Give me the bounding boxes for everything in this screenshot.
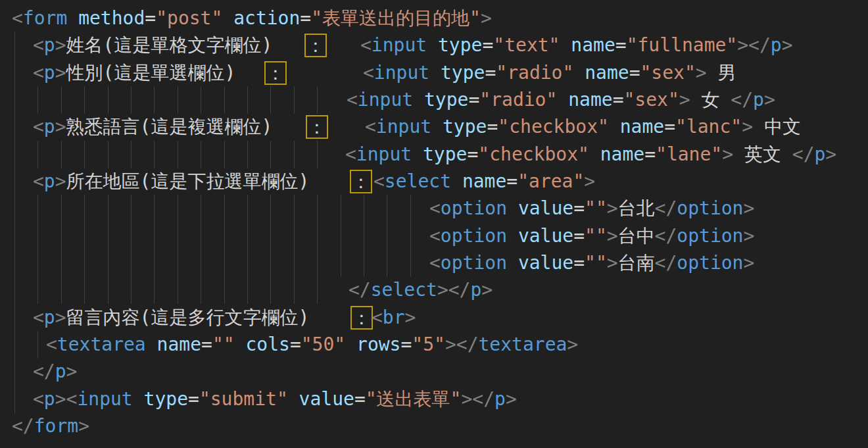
- indent-guide: [108, 276, 108, 304]
- token-a: name: [571, 34, 615, 56]
- token-t: form: [34, 415, 78, 437]
- indent-guide: [178, 249, 178, 277]
- code-line[interactable]: </p>: [0, 358, 868, 386]
- token-t: option: [441, 197, 507, 219]
- indent-guide: [294, 276, 295, 304]
- indent-guide: [84, 276, 85, 304]
- code-segment: <input type="checkbox" name="lanc"> 中文: [365, 113, 801, 141]
- token-x: [573, 62, 585, 84]
- token-p: >: [55, 62, 66, 84]
- code-line[interactable]: <option value="">台南</option>: [0, 249, 868, 277]
- indent-guide: [154, 141, 155, 168]
- token-p: >: [607, 225, 618, 247]
- indent-guide: [14, 276, 15, 304]
- token-p: >: [679, 89, 690, 111]
- code-segment: <p>留言內容(這是多行文字欄位): [33, 304, 309, 332]
- token-a: value: [518, 197, 573, 219]
- code-line[interactable]: <p>留言內容(這是多行文字欄位)：<br>: [0, 304, 868, 332]
- token-p: <: [372, 307, 383, 328]
- token-e: =: [629, 62, 640, 84]
- code-line[interactable]: <input type="checkbox" name="lane"> 英文 <…: [0, 141, 868, 168]
- indent-guide: [84, 249, 85, 277]
- indent-guide: [410, 249, 411, 277]
- token-x: 性別(這是單選欄位): [66, 62, 236, 84]
- indent-guide: [84, 195, 85, 222]
- token-t: option: [677, 252, 743, 274]
- indent-guide: [247, 195, 248, 222]
- token-t: option: [677, 225, 743, 247]
- code-line[interactable]: <input type="radio" name="sex"> 女 </p>: [0, 86, 868, 114]
- token-p: >: [405, 307, 416, 328]
- code-line[interactable]: </form>: [0, 412, 868, 440]
- indent-guide: [341, 249, 341, 277]
- indent-guide: [84, 222, 85, 250]
- indent-guide: [201, 86, 201, 114]
- code-editor[interactable]: <form method="post" action="表單送出的目的地"><p…: [0, 0, 868, 448]
- token-x: 中文: [753, 116, 801, 137]
- token-x: 留言內容(這是多行文字欄位): [66, 307, 310, 328]
- token-x: [589, 143, 600, 165]
- token-p: <: [33, 388, 44, 410]
- code-segment: </p>: [33, 358, 77, 386]
- code-segment: <option value="">台中</option>: [429, 222, 754, 250]
- token-p: >: [437, 279, 448, 301]
- indent-guide: [270, 141, 271, 168]
- indent-guide: [247, 86, 248, 114]
- code-line[interactable]: <p>性別(這是單選欄位)：<input type="radio" name="…: [0, 59, 868, 87]
- indent-guide: [37, 86, 38, 114]
- code-segment: <input type="text" name="fullname"></p>: [360, 32, 793, 59]
- indent-guide: [294, 195, 295, 222]
- indent-guide: [154, 195, 155, 222]
- token-p: >: [722, 143, 733, 165]
- code-line[interactable]: <p>熟悉語言(這是複選欄位)：<input type="checkbox" n…: [0, 113, 868, 141]
- code-line[interactable]: <p>姓名(這是單格文字欄位)：<input type="text" name=…: [0, 32, 868, 59]
- indent-guide: [201, 276, 201, 304]
- code-line[interactable]: <p>所在地區(這是下拉選單欄位)：<select name="area">: [0, 168, 868, 195]
- token-p: </: [792, 143, 815, 165]
- token-a: name: [585, 62, 629, 84]
- token-s: "checkbox": [478, 143, 589, 165]
- token-s: "radio": [479, 89, 557, 111]
- indent-guide: [317, 86, 318, 114]
- indent-guide: [84, 141, 85, 168]
- token-a: rows: [356, 334, 400, 355]
- token-p: <: [33, 307, 44, 328]
- token-p: >: [696, 62, 707, 84]
- token-p: <: [363, 62, 374, 84]
- token-p: >: [445, 334, 456, 355]
- token-t: textarea: [479, 334, 567, 355]
- indent-guide: [178, 195, 178, 222]
- token-x: [609, 116, 620, 137]
- indent-guide: [14, 249, 15, 277]
- token-p: >: [481, 279, 493, 301]
- code-line[interactable]: <p><input type="submit" value="送出表單"></p…: [0, 386, 868, 413]
- code-line[interactable]: <option value="">台北</option>: [0, 195, 868, 222]
- token-e: =: [290, 334, 301, 355]
- indent-guide: [108, 141, 108, 168]
- token-t: p: [815, 143, 826, 165]
- token-s: "checkbox": [498, 116, 609, 137]
- code-segment: <input type="radio" name="sex"> 男: [363, 59, 736, 87]
- token-t: input: [358, 89, 413, 111]
- indent-guide: [131, 249, 132, 277]
- indent-guide: [364, 222, 364, 250]
- token-p: <: [33, 170, 44, 192]
- token-s: "": [212, 334, 235, 355]
- token-e: =: [300, 7, 311, 29]
- code-line[interactable]: <textarea name="" cols="50" rows="5"></t…: [0, 331, 868, 359]
- token-t: textarea: [57, 334, 146, 355]
- code-line[interactable]: </select></p>: [0, 276, 868, 304]
- code-segment: <p><input type="submit" value="送出表單"></p…: [33, 386, 517, 413]
- token-e: =: [615, 34, 627, 56]
- indent-guide: [131, 86, 132, 114]
- token-x: [413, 89, 424, 111]
- indent-guide: [247, 222, 248, 250]
- code-line[interactable]: <option value="">台中</option>: [0, 222, 868, 250]
- token-s: "": [585, 197, 607, 219]
- indent-guide: [61, 276, 62, 304]
- token-x: [67, 7, 78, 29]
- code-line[interactable]: <form method="post" action="表單送出的目的地">: [0, 5, 868, 32]
- indent-guide: [387, 222, 387, 250]
- indent-guide: [224, 249, 225, 277]
- indent-guide: [14, 168, 15, 195]
